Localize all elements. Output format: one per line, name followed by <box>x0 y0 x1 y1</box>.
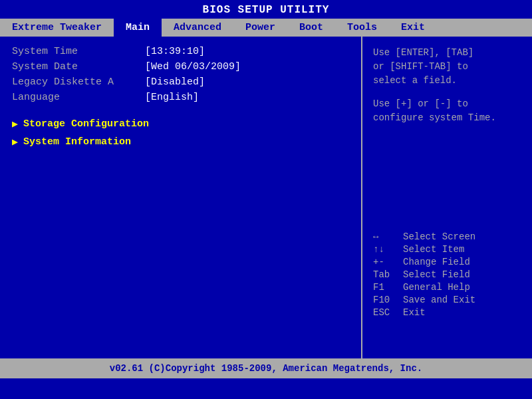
field-row: System Date[Wed 06/03/2009] <box>12 61 349 72</box>
nav-bar: Extreme TweakerMainAdvancedPowerBootTool… <box>0 19 532 37</box>
field-label: System Time <box>12 46 145 57</box>
key-name: +- <box>373 257 403 267</box>
field-row: Language[English] <box>12 92 349 103</box>
left-panel: System Time[13:39:10]System Date[Wed 06/… <box>0 37 362 358</box>
submenu-item[interactable]: ▶System Information <box>12 136 349 148</box>
key-row: TabSelect Field <box>373 269 521 280</box>
key-desc: Save and Exit <box>403 295 475 305</box>
key-name: ↑↓ <box>373 244 403 255</box>
key-row: ↔Select Screen <box>373 231 521 242</box>
key-row: F1General Help <box>373 282 521 293</box>
nav-item-extreme-tweaker[interactable]: Extreme Tweaker <box>0 19 114 37</box>
key-row: +-Change Field <box>373 257 521 267</box>
key-desc: Select Screen <box>403 231 475 242</box>
submenu-arrow-icon: ▶ <box>12 118 18 130</box>
submenu-label: Storage Configuration <box>23 118 149 130</box>
help-line-1: Use [ENTER], [TAB] <box>373 46 521 60</box>
key-name: ↔ <box>373 231 403 242</box>
field-label: Language <box>12 92 145 103</box>
help-line-3: select a field. <box>373 74 521 88</box>
key-name: F1 <box>373 282 403 293</box>
key-desc: General Help <box>403 282 470 293</box>
field-row: Legacy Diskette A[Disabled] <box>12 76 349 88</box>
help-text-block: Use [ENTER], [TAB] or [SHIFT-TAB] to sel… <box>373 46 521 125</box>
right-panel: Use [ENTER], [TAB] or [SHIFT-TAB] to sel… <box>362 37 532 358</box>
submenu-item[interactable]: ▶Storage Configuration <box>12 118 349 130</box>
key-row: ↑↓Select Item <box>373 244 521 255</box>
footer: v02.61 (C)Copyright 1985-2009, American … <box>0 358 532 378</box>
field-row: System Time[13:39:10] <box>12 46 349 57</box>
title-text: BIOS SETUP UTILITY <box>203 4 330 16</box>
help-line-6: configure system Time. <box>373 111 521 125</box>
key-row: ESCExit <box>373 307 521 318</box>
key-desc: Change Field <box>403 257 470 267</box>
nav-item-power[interactable]: Power <box>233 19 287 37</box>
nav-item-tools[interactable]: Tools <box>335 19 389 37</box>
field-label: Legacy Diskette A <box>12 76 145 88</box>
nav-item-advanced[interactable]: Advanced <box>162 19 233 37</box>
footer-text: v02.61 (C)Copyright 1985-2009, American … <box>110 363 422 374</box>
key-name: ESC <box>373 307 403 318</box>
bios-title: BIOS SETUP UTILITY <box>0 0 532 19</box>
help-line-2: or [SHIFT-TAB] to <box>373 60 521 74</box>
help-line-5: Use [+] or [-] to <box>373 97 521 111</box>
field-value[interactable]: [13:39:10] <box>145 46 205 57</box>
nav-item-exit[interactable]: Exit <box>389 19 437 37</box>
nav-item-main[interactable]: Main <box>114 19 162 37</box>
key-desc: Exit <box>403 307 426 318</box>
field-label: System Date <box>12 61 145 72</box>
submenu-label: System Information <box>23 136 131 148</box>
nav-item-boot[interactable]: Boot <box>287 19 335 37</box>
key-name: F10 <box>373 295 403 305</box>
key-row: F10Save and Exit <box>373 295 521 305</box>
key-name: Tab <box>373 269 403 280</box>
key-desc: Select Item <box>403 244 464 255</box>
field-value[interactable]: [Wed 06/03/2009] <box>145 61 241 72</box>
field-value[interactable]: [Disabled] <box>145 76 205 88</box>
submenu-arrow-icon: ▶ <box>12 136 18 148</box>
key-desc: Select Field <box>403 269 470 280</box>
key-help-block: ↔Select Screen↑↓Select Item+-Change Fiel… <box>373 231 521 320</box>
main-content: System Time[13:39:10]System Date[Wed 06/… <box>0 37 532 358</box>
field-value[interactable]: [English] <box>145 92 199 103</box>
